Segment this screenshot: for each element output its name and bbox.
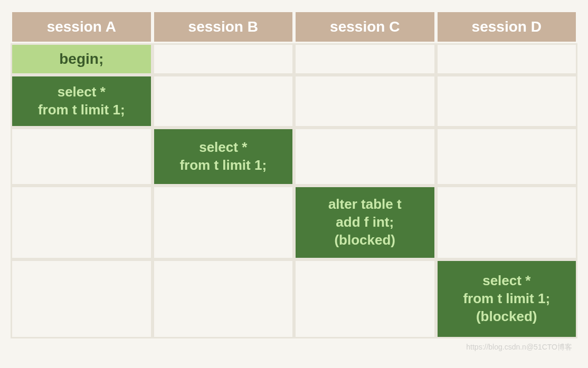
table-header-row: session A session B session C session D xyxy=(11,11,577,43)
cell-r2-a: select * from t limit 1; xyxy=(11,75,153,128)
cell-r4-b xyxy=(153,186,295,259)
cell-r3-a xyxy=(11,128,153,186)
header-session-c: session C xyxy=(294,11,436,43)
cell-r5-b xyxy=(153,259,295,338)
cell-r3-d xyxy=(436,128,578,186)
cell-r3-b: select * from t limit 1; xyxy=(153,128,295,186)
cell-r1-a: begin; xyxy=(11,43,153,75)
cell-r4-c: alter table t add f int; (blocked) xyxy=(294,186,436,259)
session-lock-table: session A session B session C session D … xyxy=(11,11,577,338)
header-session-a: session A xyxy=(11,11,153,43)
cell-r3-c xyxy=(294,128,436,186)
sql-alter-statement-blocked: alter table t add f int; (blocked) xyxy=(296,187,434,258)
sql-select-statement-b: select * from t limit 1; xyxy=(154,129,293,184)
table-row: select * from t limit 1; (blocked) xyxy=(11,259,577,338)
cell-r1-d xyxy=(436,43,578,75)
cell-r5-a xyxy=(11,259,153,338)
sql-select-statement-a: select * from t limit 1; xyxy=(12,76,151,126)
cell-r2-d xyxy=(436,75,578,128)
header-session-b: session B xyxy=(153,11,295,43)
cell-r1-c xyxy=(294,43,436,75)
cell-r4-d xyxy=(436,186,578,259)
cell-r1-b xyxy=(153,43,295,75)
cell-r2-b xyxy=(153,75,295,128)
cell-r2-c xyxy=(294,75,436,128)
watermark-text: https://blog.csdn.n@51CTO博客 xyxy=(466,343,572,349)
cell-r5-d: select * from t limit 1; (blocked) xyxy=(436,259,578,338)
table-row: select * from t limit 1; xyxy=(11,128,577,186)
cell-r4-a xyxy=(11,186,153,259)
sql-begin-statement: begin; xyxy=(12,45,151,73)
cell-r5-c xyxy=(294,259,436,338)
table-row: begin; xyxy=(11,43,577,75)
header-session-d: session D xyxy=(436,11,578,43)
table-row: alter table t add f int; (blocked) xyxy=(11,186,577,259)
table-row: select * from t limit 1; xyxy=(11,75,577,128)
sql-select-statement-d-blocked: select * from t limit 1; (blocked) xyxy=(438,261,576,337)
